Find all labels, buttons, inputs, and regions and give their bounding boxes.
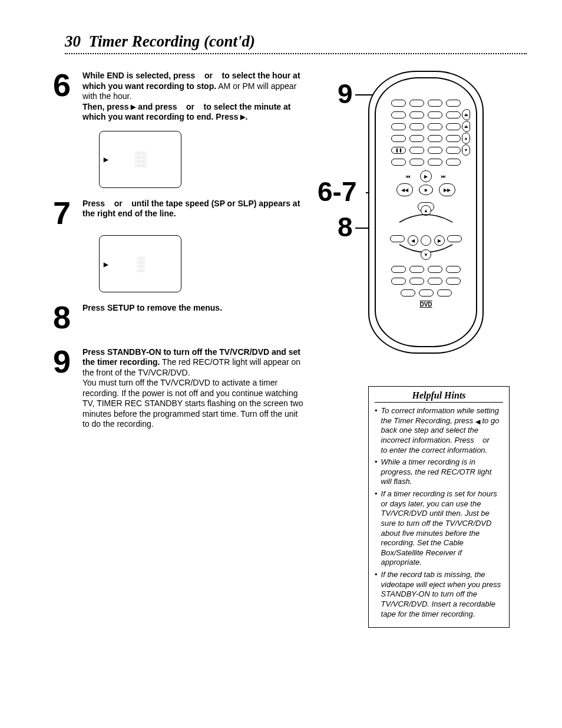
hint-item: To correct information while setting the… [375, 406, 503, 455]
hints-list: To correct information while setting the… [375, 406, 503, 619]
hints-divider [375, 402, 503, 403]
eject-icon: ⏏ [462, 121, 470, 132]
cursor-icon: ▶ [104, 156, 108, 163]
skip-next-icon: ⏭ [438, 170, 449, 182]
nav-arc [394, 210, 458, 223]
ch-down-icon: ▼ [462, 144, 470, 156]
t: You must turn off the TV/VCR/DVD to acti… [82, 378, 303, 429]
step-body: Press STANDBY-ON to turn off the TV/VCR/… [82, 347, 303, 430]
t: or [481, 436, 492, 444]
play-icon: ▶ [420, 170, 432, 182]
remote-row: ▲ [384, 135, 468, 142]
t: and press [135, 102, 179, 111]
helpful-hints-box: Helpful Hints To correct information whi… [368, 386, 510, 628]
transport-pad: ⏮ ▶ ⏭ ◀◀ ■ ▶▶ [396, 170, 455, 209]
hint-item: If the record tab is missing, the videot… [375, 570, 503, 619]
t: If a timer recording is set for hours or… [381, 489, 503, 568]
step-8: 8 Press SETUP to remove the menus. [65, 303, 303, 332]
step-9: 9 Press STANDBY-ON to turn off the TV/VC… [65, 347, 303, 430]
play-right-icon: ▶ [131, 103, 135, 111]
remote-row: ❚❚▼ [384, 147, 468, 154]
step-6: 6 While END is selected, press or to sel… [65, 71, 303, 123]
stop-icon: ■ [419, 185, 433, 195]
osd-screen-6: ▶ ░░░░░░ [99, 131, 181, 188]
nav-down-icon: ▼ [421, 249, 431, 260]
t: While END is selected, press [82, 71, 197, 80]
title-divider [65, 53, 527, 54]
callout-6-7: 6-7 [318, 176, 356, 207]
t: . [245, 112, 247, 121]
ffwd-icon: ▶▶ [439, 183, 455, 196]
t: Press SETUP to remove the menus. [82, 303, 222, 312]
step-body: Press SETUP to remove the menus. [82, 303, 303, 332]
rewind-icon: ◀◀ [396, 183, 413, 196]
steps-column: 6 While END is selected, press or to sel… [65, 71, 303, 628]
t: Then, press [82, 102, 131, 111]
hint-item: While a timer recording is in progress, … [375, 457, 503, 487]
remote-row [384, 289, 468, 297]
page-title: 30 Timer Recording (cont'd) [65, 32, 527, 51]
loading-glyph: ░░░░ [136, 256, 144, 272]
step-body: Press or until the tape speed (SP or SLP… [82, 199, 303, 228]
callout-9: 9 [338, 78, 353, 110]
remote-body: ⏏ ⏏ ▲ ❚❚▼ ⏮ ▶ ⏭ ◀◀ ■ ▶▶ ▲ [375, 77, 477, 347]
t: or [202, 71, 215, 80]
t: to enter the correct information. [381, 446, 488, 454]
remote-row [384, 266, 468, 273]
step-number: 8 [46, 303, 78, 332]
callout-8: 8 [338, 211, 353, 243]
cursor-icon: ▶ [104, 261, 108, 267]
hints-title: Helpful Hints [375, 390, 503, 401]
step-body: While END is selected, press or to selec… [82, 71, 303, 123]
t: While a timer recording is in progress, … [381, 457, 503, 487]
t: Press [82, 199, 107, 208]
diagram-column: 9 6-7 8 ⏏ ⏏ ▲ ❚❚▼ ⏮ ▶ ⏭ ◀◀ [303, 71, 527, 628]
osd-screen-7: ▶ ░░░░ [99, 235, 181, 292]
loading-glyph: ░░░░░░ [134, 151, 146, 167]
nav-bottom: ▼ [384, 249, 468, 260]
remote-row [384, 159, 468, 166]
remote-row: ⏏ [384, 111, 468, 118]
remote-row [384, 278, 468, 285]
remote-row: ⏏ [384, 123, 468, 130]
step-number: 9 [46, 347, 78, 430]
nav-pad: ▲ [394, 214, 458, 232]
ch-up-icon: ▲ [462, 133, 470, 144]
skip-prev-icon: ⏮ [402, 170, 414, 182]
dvd-label: DVD [384, 301, 468, 308]
t: or [184, 102, 197, 111]
step-number: 7 [46, 199, 78, 228]
remote-row [384, 100, 468, 107]
eject-icon: ⏏ [462, 109, 470, 120]
step-number: 6 [46, 71, 78, 123]
step-7: 7 Press or until the tape speed (SP or S… [65, 199, 303, 228]
page-title-text: Timer Recording (cont'd) [89, 32, 255, 50]
remote-diagram: 9 6-7 8 ⏏ ⏏ ▲ ❚❚▼ ⏮ ▶ ⏭ ◀◀ [345, 71, 492, 354]
page-number: 30 [65, 32, 81, 50]
pause-icon: ❚❚ [391, 147, 406, 154]
t: If the record tab is missing, the videot… [381, 570, 503, 619]
t: or [112, 199, 125, 208]
nav-left-icon: ◀ [475, 417, 480, 426]
hint-item: If a timer recording is set for hours or… [375, 489, 503, 568]
play-right-icon: ▶ [240, 113, 245, 121]
